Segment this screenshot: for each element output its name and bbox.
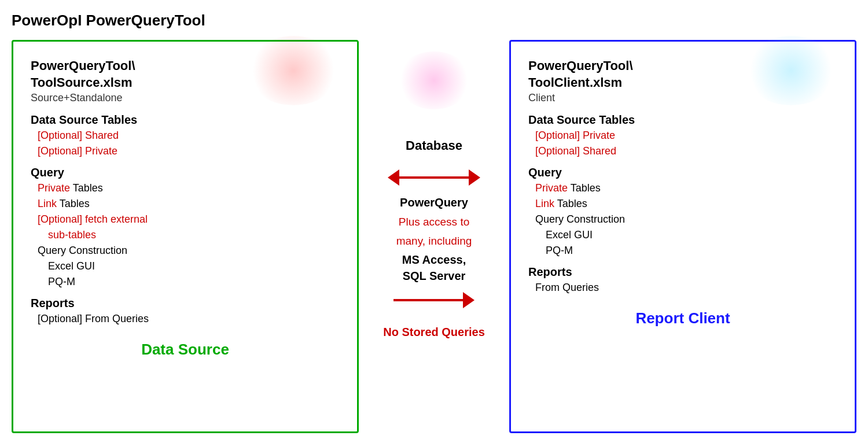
left-subtitle: Source+Standalone bbox=[31, 92, 340, 104]
left-query-item6: PQ-M bbox=[48, 274, 340, 290]
many-including: many, including bbox=[396, 233, 472, 250]
left-query-item3: [Optional] fetch external bbox=[38, 212, 340, 227]
right-query-item2: Link Tables bbox=[535, 196, 837, 212]
right-query-heading: Query bbox=[528, 166, 837, 179]
ms-access: MS Access, bbox=[402, 252, 466, 268]
left-query-heading: Query bbox=[31, 166, 340, 179]
right-reports-heading: Reports bbox=[528, 265, 837, 279]
left-query-item2: Link Tables bbox=[38, 196, 340, 212]
left-file-title: PowerQueryTool\ ToolSource.xlsm bbox=[31, 58, 340, 91]
right-box-label: Report Client bbox=[528, 309, 837, 327]
unidir-arrow bbox=[365, 292, 503, 308]
right-query-item1: Private Tables bbox=[535, 180, 837, 196]
center-column: Database PowerQuery Plus access to many,… bbox=[359, 40, 509, 433]
sql-server: SQL Server bbox=[403, 268, 466, 284]
db-title: Database bbox=[406, 138, 462, 153]
pq-label: PowerQuery bbox=[400, 196, 468, 209]
left-query-item3b: sub-tables bbox=[48, 227, 340, 243]
page-title: PowerOpI PowerQueryTool bbox=[12, 12, 856, 29]
right-subtitle: Client bbox=[528, 92, 837, 104]
right-reports-item1: From Queries bbox=[535, 280, 837, 296]
right-query-item4: Excel GUI bbox=[546, 227, 837, 243]
no-stored-queries: No Stored Queries bbox=[383, 326, 485, 339]
left-dst-item2: [Optional] Private bbox=[38, 143, 340, 159]
left-reports-item1: [Optional] From Queries bbox=[38, 311, 340, 327]
left-query-item1: Private Tables bbox=[38, 180, 340, 196]
left-reports-heading: Reports bbox=[31, 297, 340, 310]
left-dst-item1: [Optional] Shared bbox=[38, 128, 340, 143]
left-query-item4: Query Construction bbox=[38, 243, 340, 259]
plus-access: Plus access to bbox=[399, 214, 470, 231]
left-query-item5: Excel GUI bbox=[48, 259, 340, 274]
left-box-label: Data Source bbox=[31, 341, 340, 359]
right-query-item3: Query Construction bbox=[535, 212, 837, 227]
right-dst-item1: [Optional] Private bbox=[535, 128, 837, 143]
bidir-arrow bbox=[365, 169, 503, 186]
left-data-source-tables-heading: Data Source Tables bbox=[31, 113, 340, 127]
left-box: PowerQueryTool\ ToolSource.xlsm Source+S… bbox=[12, 40, 359, 433]
right-data-source-tables-heading: Data Source Tables bbox=[528, 113, 837, 127]
right-box: PowerQueryTool\ ToolClient.xlsm Client D… bbox=[509, 40, 856, 433]
right-query-item5: PQ-M bbox=[546, 243, 837, 259]
right-dst-item2: [Optional] Shared bbox=[535, 143, 837, 159]
right-file-title: PowerQueryTool\ ToolClient.xlsm bbox=[528, 58, 837, 91]
